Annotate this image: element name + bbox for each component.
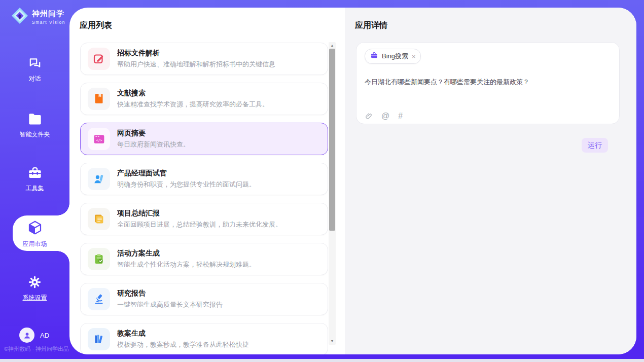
window-bottom-edge	[0, 359, 644, 362]
scroll-up-arrow[interactable]: ▲	[329, 42, 336, 49]
app-card-list: 招标文件解析 帮助用户快速、准确地理解和解析招标书中的关键信息 文献搜索 快速精…	[80, 43, 328, 354]
app-card-bid-parse[interactable]: 招标文件解析 帮助用户快速、准确地理解和解析招标书中的关键信息	[80, 43, 328, 75]
microscope-icon	[88, 288, 110, 310]
app-card-title: 研究报告	[117, 289, 223, 298]
briefcase-icon	[370, 51, 378, 61]
brand-subtitle: Smart Vision	[32, 20, 65, 25]
app-card-title: 项目总结汇报	[117, 209, 282, 218]
user-name: AD	[40, 332, 49, 339]
brand-logo: 神州问学 Smart Vision	[11, 7, 65, 26]
books-icon	[88, 328, 110, 350]
app-card-research-report[interactable]: 研究报告 一键智能生成高质量长文本研究报告	[80, 283, 328, 315]
scroll-down-arrow[interactable]: ▼	[329, 338, 336, 344]
sidebar-item-label: 工具集	[0, 184, 69, 193]
app-card-desc: 智能生成个性化活动方案，轻松解决规划难题。	[117, 260, 256, 269]
app-detail-title: 应用详情	[355, 20, 387, 31]
sidebar-item-app-market[interactable]: 应用市场	[0, 220, 69, 248]
sidebar-item-settings[interactable]: 系统设置	[0, 275, 69, 302]
mention-icon[interactable]: @	[381, 112, 389, 121]
gear-icon	[28, 275, 42, 288]
bubble-curve-top	[57, 203, 69, 215]
prompt-input-card: Bing搜索 × 今日湖北有哪些新闻要点？有哪些需要关注的最新政策？ @ #	[356, 42, 620, 124]
app-card-desc: 每日政府新闻资讯快查。	[117, 140, 190, 149]
app-detail-panel: 应用详情 Bing搜索 × 今日湖北有哪些新闻要点？有哪些需要关注的最新政策？	[345, 8, 636, 354]
svg-text:</>: </>	[96, 138, 102, 142]
tool-chip-bing-search[interactable]: Bing搜索 ×	[365, 49, 421, 64]
cube-icon	[27, 220, 43, 233]
list-scrollbar[interactable]: ▲ ▼	[329, 42, 336, 345]
gem-logo-icon	[11, 7, 28, 26]
app-card-web-summary[interactable]: </> 网页摘要 每日政府新闻资讯快查。	[80, 123, 328, 155]
bubble-curve-bottom	[57, 251, 69, 263]
app-card-desc: 快速精准查找学术资源，提高研究效率的必备工具。	[117, 100, 269, 109]
app-card-project-summary[interactable]: 项目总结汇报 全面回顾项目进展，总结经验教训，助力未来优化发展。	[80, 203, 328, 235]
web-code-icon: </>	[88, 128, 110, 150]
tool-chip-label: Bing搜索	[382, 52, 408, 61]
app-card-desc: 一键智能生成高质量长文本研究报告	[117, 300, 223, 309]
main-panel: 应用列表 招标文件解析 帮助用户快速、准确地理解和解析招标书中的关键信息	[69, 8, 636, 354]
note-icon	[88, 208, 110, 230]
interviewer-icon	[88, 168, 110, 190]
sidebar-item-label: 对话	[0, 75, 69, 83]
sidebar-item-label: 系统设置	[0, 294, 69, 302]
app-card-title: 招标文件解析	[117, 49, 275, 58]
app-card-title: 文献搜索	[117, 89, 269, 98]
book-icon	[88, 88, 110, 110]
app-card-literature-search[interactable]: 文献搜索 快速精准查找学术资源，提高研究效率的必备工具。	[80, 83, 328, 115]
sidebar-item-smart-folder[interactable]: 智能文件夹	[0, 113, 69, 139]
clipboard-check-icon	[88, 248, 110, 270]
run-button[interactable]: 运行	[582, 138, 608, 153]
app-card-desc: 帮助用户快速、准确地理解和解析招标书中的关键信息	[117, 60, 275, 69]
app-card-desc: 模板驱动，教案秒成，教学准备从此轻松快捷	[117, 340, 249, 349]
app-card-title: 网页摘要	[117, 129, 190, 138]
sidebar-item-toolkit[interactable]: 工具集	[0, 166, 69, 193]
avatar	[19, 328, 34, 343]
copyright-footer: ©神州数码 · 神州问学出品	[4, 345, 69, 353]
chat-icon	[28, 57, 42, 70]
edit-square-icon	[88, 48, 110, 70]
toolbox-icon	[28, 166, 42, 179]
query-input[interactable]: 今日湖北有哪些新闻要点？有哪些需要关注的最新政策？	[365, 77, 611, 87]
attach-file-icon[interactable]	[365, 112, 373, 121]
app-card-pm-interviewer[interactable]: 产品经理面试官 明确身份和职责，为您提供专业性的面试问题。	[80, 163, 328, 195]
sidebar-item-label: 应用市场	[0, 240, 69, 248]
sidebar-item-chat[interactable]: 对话	[0, 57, 69, 83]
scrollbar-thumb[interactable]	[329, 49, 335, 231]
app-list-title: 应用列表	[80, 20, 112, 31]
folder-icon	[28, 113, 42, 126]
app-card-desc: 明确身份和职责，为您提供专业性的面试问题。	[117, 180, 256, 189]
app-card-event-plan[interactable]: 活动方案生成 智能生成个性化活动方案，轻松解决规划难题。	[80, 243, 328, 275]
sidebar-item-label: 智能文件夹	[0, 130, 69, 139]
app-card-title: 产品经理面试官	[117, 169, 256, 178]
app-card-title: 活动方案生成	[117, 249, 256, 258]
app-card-title: 教案生成	[117, 329, 249, 338]
chip-close-icon[interactable]: ×	[412, 53, 416, 60]
sidebar: 神州问学 Smart Vision 对话 智能文件夹	[0, 0, 69, 359]
app-card-lesson-plan[interactable]: 教案生成 模板驱动，教案秒成，教学准备从此轻松快捷	[80, 323, 328, 354]
hashtag-icon[interactable]: #	[398, 112, 403, 121]
user-account[interactable]: AD	[19, 328, 49, 343]
app-card-desc: 全面回顾项目进展，总结经验教训，助力未来优化发展。	[117, 220, 282, 229]
brand-name: 神州问学	[32, 9, 64, 18]
